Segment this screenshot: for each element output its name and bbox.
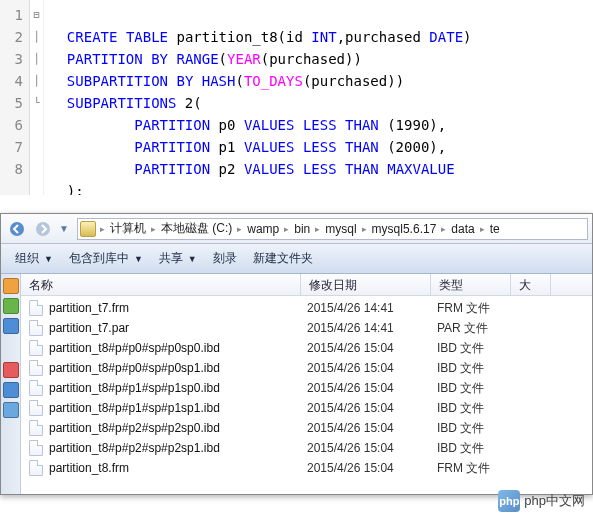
col-name[interactable]: 名称: [21, 274, 301, 295]
newfolder-label: 新建文件夹: [253, 250, 313, 267]
code-line: SUBPARTITIONS 2(: [50, 95, 202, 111]
back-button[interactable]: [5, 217, 29, 241]
file-date: 2015/4/26 15:04: [307, 381, 437, 395]
file-date: 2015/4/26 15:04: [307, 421, 437, 435]
organize-button[interactable]: 组织▼: [7, 246, 61, 271]
file-icon: [29, 380, 43, 396]
file-type: IBD 文件: [437, 420, 517, 437]
toolbar: 组织▼ 包含到库中▼ 共享▼ 刻录 新建文件夹: [1, 244, 592, 274]
chevron-right-icon[interactable]: ▸: [440, 224, 447, 234]
col-type[interactable]: 类型: [431, 274, 511, 295]
breadcrumb-item[interactable]: 计算机: [106, 220, 150, 237]
file-row[interactable]: partition_t8.frm2015/4/26 15:04FRM 文件: [21, 458, 592, 478]
breadcrumb-item[interactable]: wamp: [243, 222, 283, 236]
file-name: partition_t8.frm: [49, 461, 307, 475]
sidebar-icon[interactable]: [3, 298, 19, 314]
file-icon: [29, 360, 43, 376]
code-line: PARTITION p2 VALUES LESS THAN MAXVALUE: [50, 161, 455, 177]
file-name: partition_t8#p#p2#sp#p2sp1.ibd: [49, 441, 307, 455]
share-label: 共享: [159, 250, 183, 267]
code-line: PARTITION BY RANGE(YEAR(purchased)): [50, 51, 362, 67]
file-row[interactable]: partition_t8#p#p0#sp#p0sp0.ibd2015/4/26 …: [21, 338, 592, 358]
file-name: partition_t8#p#p2#sp#p2sp0.ibd: [49, 421, 307, 435]
file-type: FRM 文件: [437, 460, 517, 477]
code-line: PARTITION p1 VALUES LESS THAN (2000),: [50, 139, 446, 155]
breadcrumb-item[interactable]: te: [486, 222, 504, 236]
sidebar-icon[interactable]: [3, 382, 19, 398]
file-type: FRM 文件: [437, 300, 517, 317]
file-row[interactable]: partition_t8#p#p0#sp#p0sp1.ibd2015/4/26 …: [21, 358, 592, 378]
svg-point-0: [10, 222, 24, 236]
breadcrumb-item[interactable]: bin: [290, 222, 314, 236]
include-label: 包含到库中: [69, 250, 129, 267]
code-area[interactable]: CREATE TABLE partition_t8(id INT,purchas…: [44, 0, 593, 195]
chevron-right-icon[interactable]: ▸: [150, 224, 157, 234]
file-icon: [29, 420, 43, 436]
chevron-right-icon[interactable]: ▸: [236, 224, 243, 234]
chevron-down-icon: ▼: [44, 254, 53, 264]
organize-label: 组织: [15, 250, 39, 267]
file-name: partition_t8#p#p1#sp#p1sp1.ibd: [49, 401, 307, 415]
arrow-left-icon: [9, 221, 25, 237]
file-icon: [29, 300, 43, 316]
file-type: IBD 文件: [437, 380, 517, 397]
file-date: 2015/4/26 15:04: [307, 441, 437, 455]
sidebar-icon[interactable]: [3, 402, 19, 418]
file-row[interactable]: partition_t8#p#p2#sp#p2sp1.ibd2015/4/26 …: [21, 438, 592, 458]
file-date: 2015/4/26 15:04: [307, 461, 437, 475]
col-size[interactable]: 大: [511, 274, 551, 295]
file-row[interactable]: partition_t8#p#p2#sp#p2sp0.ibd2015/4/26 …: [21, 418, 592, 438]
arrow-right-icon: [35, 221, 51, 237]
file-icon: [29, 340, 43, 356]
file-row[interactable]: partition_t8#p#p1#sp#p1sp0.ibd2015/4/26 …: [21, 378, 592, 398]
burn-button[interactable]: 刻录: [205, 246, 245, 271]
file-type: PAR 文件: [437, 320, 517, 337]
file-date: 2015/4/26 15:04: [307, 341, 437, 355]
file-type: IBD 文件: [437, 340, 517, 357]
sidebar-icon[interactable]: [3, 318, 19, 334]
file-icon: [29, 440, 43, 456]
sidebar-icon[interactable]: [3, 362, 19, 378]
breadcrumb-item[interactable]: mysql5.6.17: [368, 222, 441, 236]
file-row[interactable]: partition_t8#p#p1#sp#p1sp1.ibd2015/4/26 …: [21, 398, 592, 418]
include-button[interactable]: 包含到库中▼: [61, 246, 151, 271]
file-date: 2015/4/26 14:41: [307, 321, 437, 335]
file-type: IBD 文件: [437, 440, 517, 457]
file-list-pane: 名称 修改日期 类型 大 partition_t7.frm2015/4/26 1…: [21, 274, 592, 494]
file-rows: partition_t7.frm2015/4/26 14:41FRM 文件par…: [21, 296, 592, 478]
chevron-right-icon[interactable]: ▸: [99, 224, 106, 234]
breadcrumb-item[interactable]: mysql: [321, 222, 360, 236]
file-row[interactable]: partition_t7.par2015/4/26 14:41PAR 文件: [21, 318, 592, 338]
php-logo-icon: php: [498, 490, 520, 512]
chevron-right-icon[interactable]: ▸: [314, 224, 321, 234]
fold-gutter[interactable]: ⊟│││└: [30, 0, 44, 195]
col-date[interactable]: 修改日期: [301, 274, 431, 295]
breadcrumb-item[interactable]: data: [447, 222, 478, 236]
file-date: 2015/4/26 14:41: [307, 301, 437, 315]
file-row[interactable]: partition_t7.frm2015/4/26 14:41FRM 文件: [21, 298, 592, 318]
file-icon: [29, 400, 43, 416]
file-name: partition_t7.frm: [49, 301, 307, 315]
sidebar-icon[interactable]: [3, 278, 19, 294]
sidebar-icons: [1, 274, 21, 494]
file-explorer: ▼ ▸ 计算机▸ 本地磁盘 (C:)▸ wamp▸ bin▸ mysql▸ my…: [0, 213, 593, 495]
history-dropdown[interactable]: ▼: [57, 221, 71, 236]
breadcrumb-item[interactable]: 本地磁盘 (C:): [157, 220, 236, 237]
code-line: PARTITION p0 VALUES LESS THAN (1990),: [50, 117, 446, 133]
chevron-right-icon[interactable]: ▸: [283, 224, 290, 234]
share-button[interactable]: 共享▼: [151, 246, 205, 271]
sql-editor[interactable]: 12345678 ⊟│││└ CREATE TABLE partition_t8…: [0, 0, 593, 195]
file-type: IBD 文件: [437, 400, 517, 417]
chevron-down-icon: ▼: [188, 254, 197, 264]
address-bar[interactable]: ▸ 计算机▸ 本地磁盘 (C:)▸ wamp▸ bin▸ mysql▸ mysq…: [77, 218, 588, 240]
newfolder-button[interactable]: 新建文件夹: [245, 246, 321, 271]
chevron-right-icon[interactable]: ▸: [479, 224, 486, 234]
fold-icon[interactable]: ⊟: [30, 4, 43, 26]
column-headers: 名称 修改日期 类型 大: [21, 274, 592, 296]
folder-icon: [80, 221, 96, 237]
code-line: );: [50, 183, 84, 195]
file-date: 2015/4/26 15:04: [307, 361, 437, 375]
chevron-right-icon[interactable]: ▸: [361, 224, 368, 234]
file-icon: [29, 460, 43, 476]
forward-button[interactable]: [31, 217, 55, 241]
